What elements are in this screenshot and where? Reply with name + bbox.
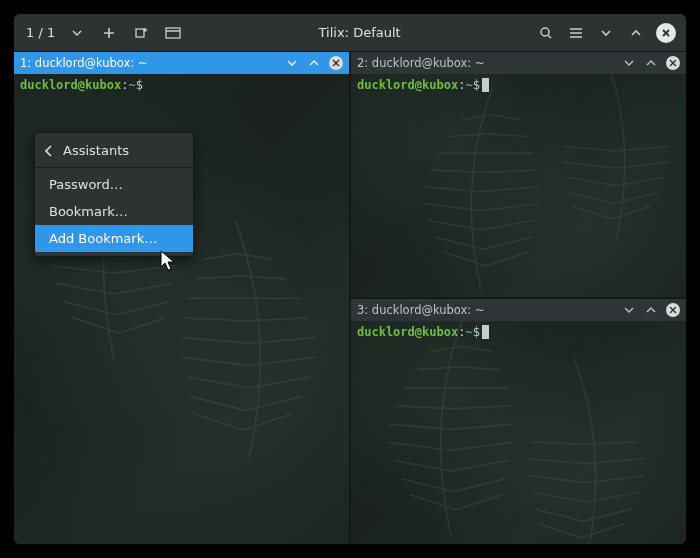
- background-image: [14, 52, 349, 544]
- layout-button[interactable]: [159, 19, 187, 47]
- search-button[interactable]: [532, 19, 560, 47]
- pane-header-2[interactable]: 2: ducklord@kubox: ~: [351, 52, 686, 74]
- prompt-at: @: [415, 325, 422, 339]
- pane-header-3[interactable]: 3: ducklord@kubox: ~: [351, 299, 686, 321]
- prompt-path: ~: [465, 78, 472, 92]
- pane-close-button[interactable]: [664, 54, 682, 72]
- context-menu: Assistants Password… Bookmark… Add Bookm…: [34, 132, 194, 257]
- prompt-symbol: $: [136, 78, 143, 92]
- prompt-symbol: $: [473, 325, 480, 339]
- prompt-user: ducklord: [357, 325, 415, 339]
- close-icon: [666, 56, 680, 70]
- terminal-pane-1[interactable]: 1: ducklord@kubox: ~ ducklord@kubox:~$: [14, 52, 349, 544]
- chevron-left-icon: [45, 145, 53, 157]
- menu-item-add-bookmark[interactable]: Add Bookmark…: [35, 225, 193, 252]
- window-title: Tilix: Default: [191, 25, 528, 40]
- pane-close-button[interactable]: [664, 301, 682, 319]
- terminal-pane-3[interactable]: 3: ducklord@kubox: ~ ducklord@kubox:~$: [351, 299, 686, 544]
- prompt-host: kubox: [85, 78, 121, 92]
- pane-title: 2: ducklord@kubox: ~: [357, 56, 616, 70]
- hamburger-menu-button[interactable]: [562, 19, 590, 47]
- prompt-path: ~: [465, 325, 472, 339]
- svg-rect-1: [166, 28, 180, 38]
- terminal-prompt[interactable]: ducklord@kubox:~$: [14, 74, 349, 96]
- terminal-prompt[interactable]: ducklord@kubox:~$: [351, 74, 686, 96]
- cursor-icon: [482, 78, 489, 92]
- prompt-at: @: [415, 78, 422, 92]
- prompt-user: ducklord: [20, 78, 78, 92]
- menu-item-assistants-back[interactable]: Assistants: [35, 137, 193, 164]
- menu-item-password[interactable]: Password…: [35, 171, 193, 198]
- header-bar: 1 / 1 Tilix: Default: [14, 14, 686, 52]
- menu-separator: [35, 167, 193, 168]
- cursor-icon: [482, 325, 489, 339]
- pane-maximize-icon[interactable]: [642, 301, 660, 319]
- pane-header-1[interactable]: 1: ducklord@kubox: ~: [14, 52, 349, 74]
- menu-label: Add Bookmark…: [49, 231, 157, 246]
- new-session-button[interactable]: [95, 19, 123, 47]
- pane-close-button[interactable]: [327, 54, 345, 72]
- close-icon: [666, 303, 680, 317]
- pane-maximize-icon[interactable]: [642, 54, 660, 72]
- prompt-user: ducklord: [357, 78, 415, 92]
- prompt-symbol: $: [473, 78, 480, 92]
- app-window: 1 / 1 Tilix: Default: [14, 14, 686, 544]
- maximize-button[interactable]: [622, 19, 650, 47]
- terminal-prompt[interactable]: ducklord@kubox:~$: [351, 321, 686, 343]
- pane-title: 1: ducklord@kubox: ~: [20, 56, 279, 70]
- menu-label: Bookmark…: [49, 204, 128, 219]
- svg-point-2: [541, 28, 549, 36]
- pane-title: 3: ducklord@kubox: ~: [357, 303, 616, 317]
- menu-label: Password…: [49, 177, 123, 192]
- menu-item-bookmark[interactable]: Bookmark…: [35, 198, 193, 225]
- prompt-host: kubox: [422, 78, 458, 92]
- minimize-button[interactable]: [592, 19, 620, 47]
- menu-label: Assistants: [63, 143, 129, 158]
- panes-container: 1: ducklord@kubox: ~ ducklord@kubox:~$ 2…: [14, 52, 686, 544]
- session-dropdown-button[interactable]: [63, 19, 91, 47]
- new-window-button[interactable]: [127, 19, 155, 47]
- prompt-host: kubox: [422, 325, 458, 339]
- prompt-path: ~: [128, 78, 135, 92]
- pane-menu-dropdown-icon[interactable]: [620, 301, 638, 319]
- terminal-pane-2[interactable]: 2: ducklord@kubox: ~ ducklord@kubox:~$: [351, 52, 686, 297]
- svg-rect-0: [136, 29, 144, 37]
- pane-menu-dropdown-icon[interactable]: [620, 54, 638, 72]
- close-button[interactable]: [652, 19, 680, 47]
- pane-menu-dropdown-icon[interactable]: [283, 54, 301, 72]
- prompt-at: @: [78, 78, 85, 92]
- close-icon: [656, 23, 676, 43]
- pane-maximize-icon[interactable]: [305, 54, 323, 72]
- session-count: 1 / 1: [20, 25, 59, 40]
- close-icon: [329, 56, 343, 70]
